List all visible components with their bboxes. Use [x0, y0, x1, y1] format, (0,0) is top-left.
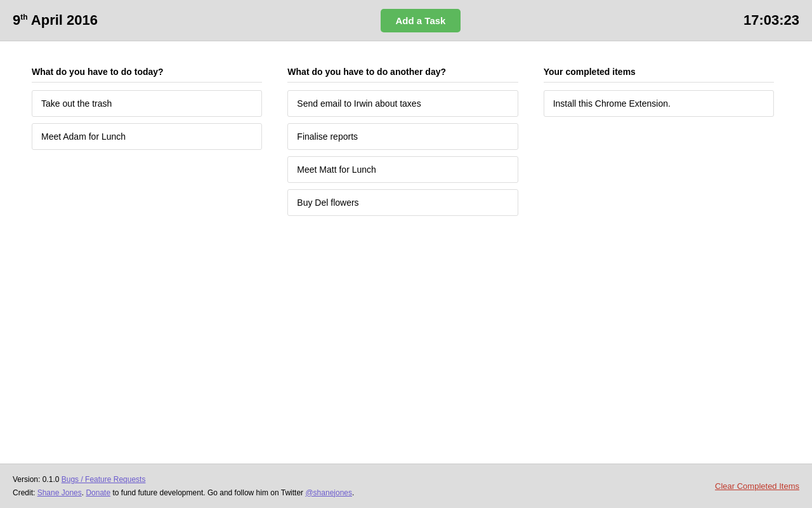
footer-credit-line: Credit: Shane Jones. Donate to fund futu…: [13, 486, 354, 499]
today-column-header: What do you have to do today?: [32, 67, 262, 83]
footer-version-line: Version: 0.1.0 Bugs / Feature Requests: [13, 473, 354, 486]
another-day-task-2[interactable]: Finalise reports: [287, 123, 518, 150]
another-day-column: What do you have to do another day? Send…: [275, 67, 530, 222]
today-column: What do you have to do today? Take out t…: [25, 67, 275, 222]
date-suffix: April 2016: [28, 12, 98, 28]
another-day-task-3[interactable]: Meet Matt for Lunch: [287, 156, 518, 183]
another-day-task-1[interactable]: Send email to Irwin about taxes: [287, 90, 518, 117]
add-task-button[interactable]: Add a Task: [381, 9, 461, 32]
footer-version-text: Version: 0.1.0: [13, 475, 62, 484]
shane-jones-link[interactable]: Shane Jones: [37, 488, 82, 497]
footer-twitter-suffix: .: [352, 488, 354, 497]
another-day-column-header: What do you have to do another day?: [287, 67, 518, 83]
completed-column-header: Your completed items: [544, 67, 774, 83]
another-day-task-4[interactable]: Buy Del flowers: [287, 189, 518, 216]
clear-completed-link[interactable]: Clear Completed Items: [715, 481, 799, 491]
footer-credit-suffix: to fund future development. Go and follo…: [110, 488, 305, 497]
footer: Version: 0.1.0 Bugs / Feature Requests C…: [0, 464, 812, 508]
footer-left: Version: 0.1.0 Bugs / Feature Requests C…: [13, 473, 354, 499]
donate-link[interactable]: Donate: [86, 488, 110, 497]
header-date: 9th April 2016: [13, 12, 98, 29]
date-superscript: th: [20, 13, 27, 22]
header-time: 17:03:23: [743, 12, 799, 29]
today-task-1[interactable]: Take out the trash: [32, 90, 262, 117]
date-number: 9: [13, 12, 20, 28]
completed-task-1[interactable]: Install this Chrome Extension.: [544, 90, 774, 117]
header: 9th April 2016 Add a Task 17:03:23: [0, 0, 812, 41]
main-content: What do you have to do today? Take out t…: [0, 41, 812, 464]
footer-credit-text: Credit:: [13, 488, 37, 497]
bugs-link[interactable]: Bugs / Feature Requests: [62, 475, 146, 484]
twitter-link[interactable]: @shanejones: [305, 488, 352, 497]
today-task-2[interactable]: Meet Adam for Lunch: [32, 123, 262, 150]
columns: What do you have to do today? Take out t…: [25, 67, 787, 222]
completed-column: Your completed items Install this Chrome…: [531, 67, 787, 222]
